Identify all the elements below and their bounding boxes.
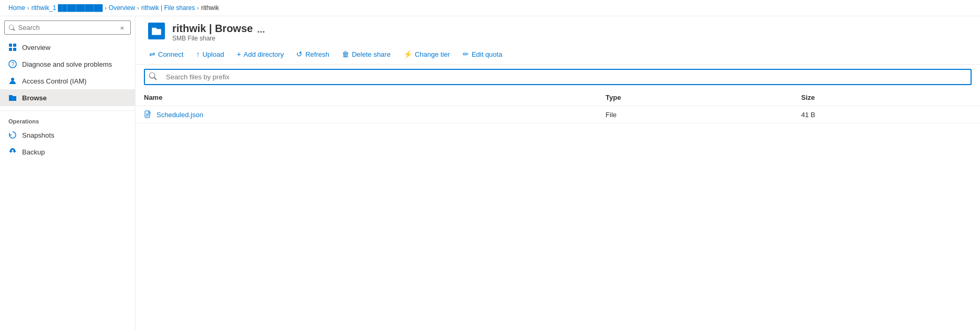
sidebar-item-iam-label: Access Control (IAM) [22,77,87,85]
breadcrumb-sep-3: › [137,5,139,11]
page-title-text: rithwik | Browse [172,23,253,35]
breadcrumb-overview[interactable]: Overview [109,4,135,12]
sidebar-item-overview[interactable]: Overview [0,39,135,56]
connect-button[interactable]: ⇌ Connect [144,47,189,61]
backup-icon [8,148,17,156]
file-search-icon [145,72,161,81]
sidebar-item-overview-label: Overview [22,44,50,51]
add-icon: + [237,50,241,58]
svg-rect-2 [9,48,12,51]
sidebar-item-snapshots-label: Snapshots [22,131,54,139]
overview-icon [8,43,17,51]
svg-text:?: ? [12,61,15,67]
file-search-input[interactable] [161,70,971,84]
svg-rect-3 [13,48,16,51]
sidebar-search-input[interactable] [18,24,116,32]
sidebar-search-container[interactable]: « [4,20,131,35]
svg-rect-7 [145,111,150,118]
breadcrumb: Home › rithwik_1 ██████████ › Overview ›… [0,0,980,16]
col-type[interactable]: Type [597,89,793,106]
file-search-bar[interactable] [144,69,972,85]
folder-icon [151,26,162,36]
page-title-group: rithwik | Browse ... SMB File share [172,23,265,42]
edit-icon: ✏ [463,50,469,58]
change-tier-button[interactable]: ⚡ Change tier [398,47,455,61]
refresh-icon: ↺ [296,50,303,58]
main-content: rithwik | Browse ... SMB File share ⇌ Co… [135,16,980,330]
more-options-btn[interactable]: ... [257,25,265,34]
delete-share-button[interactable]: 🗑 Delete share [337,47,396,61]
svg-point-6 [11,78,14,81]
tier-icon: ⚡ [403,50,412,58]
page-header: rithwik | Browse ... SMB File share [135,16,980,44]
page-subtitle: SMB File share [172,35,265,42]
add-directory-button[interactable]: + Add directory [232,47,289,61]
browse-icon [8,94,17,102]
connect-icon: ⇌ [149,50,155,58]
breadcrumb-current: rithwik [201,4,219,12]
sidebar-nav: Overview ? Diagnose and solve problems A… [0,39,135,106]
snapshots-icon [8,131,17,139]
sidebar-search-icon [9,24,15,32]
delete-icon: 🗑 [342,50,349,58]
file-name-cell[interactable]: Scheduled.json [144,110,589,119]
breadcrumb-rithwik1[interactable]: rithwik_1 ██████████ [32,4,103,12]
breadcrumb-fileshares[interactable]: rithwik | File shares [141,4,195,12]
sidebar-item-browse[interactable]: Browse [0,89,135,106]
col-size[interactable]: Size [793,89,980,106]
sidebar-item-diagnose-label: Diagnose and solve problems [22,60,112,68]
sidebar-item-browse-label: Browse [22,94,47,102]
sidebar-item-backup[interactable]: Backup [0,143,135,160]
iam-icon [8,77,17,85]
toolbar: ⇌ Connect ↑ Upload + Add directory ↺ Ref… [135,44,980,65]
sidebar-item-snapshots[interactable]: Snapshots [0,127,135,143]
sidebar-collapse-btn[interactable]: « [118,24,126,32]
sidebar: « Overview ? Diagnose and solve problems [0,16,135,330]
sidebar-item-backup-label: Backup [22,148,45,156]
sidebar-item-iam[interactable]: Access Control (IAM) [0,72,135,89]
svg-rect-1 [13,44,16,47]
file-type: File [597,106,793,123]
breadcrumb-home[interactable]: Home [8,4,25,12]
file-size: 41 B [793,106,980,123]
breadcrumb-sep-1: › [27,5,29,11]
breadcrumb-sep-4: › [197,5,199,11]
breadcrumb-sep-2: › [105,5,107,11]
sidebar-item-diagnose[interactable]: ? Diagnose and solve problems [0,56,135,72]
refresh-button[interactable]: ↺ Refresh [291,47,335,61]
upload-icon: ↑ [196,50,200,58]
edit-quota-button[interactable]: ✏ Edit quota [457,47,508,61]
file-table: Name Type Size [135,89,980,330]
operations-section-label: Operations [0,110,135,127]
page-icon [148,23,165,39]
file-doc-icon [144,110,152,119]
diagnose-icon: ? [8,60,17,68]
col-name[interactable]: Name [135,89,597,106]
svg-rect-0 [9,44,12,47]
upload-button[interactable]: ↑ Upload [191,47,229,61]
table-row: Scheduled.json File 41 B [135,106,980,123]
